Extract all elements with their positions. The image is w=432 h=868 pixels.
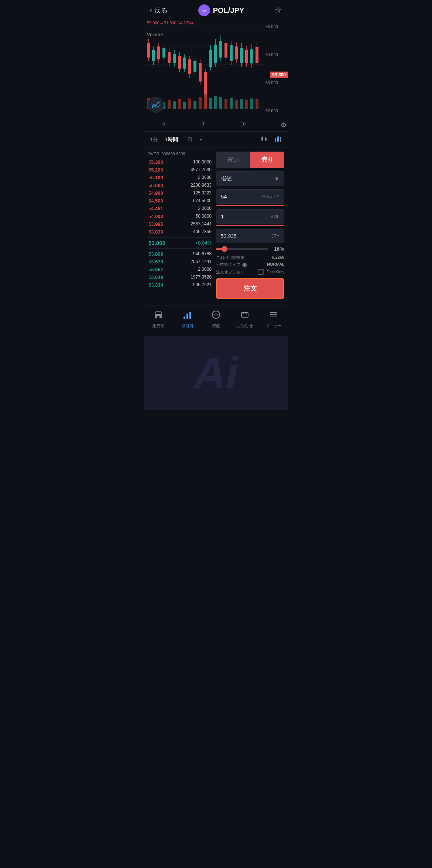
- svg-rect-69: [245, 100, 248, 109]
- slider-track[interactable]: [216, 248, 268, 250]
- svg-rect-67: [235, 100, 238, 109]
- svg-rect-55: [173, 101, 176, 109]
- header: ‹ 戻る ∞ POL/JPY ☆: [144, 0, 288, 21]
- svg-rect-77: [277, 136, 279, 142]
- back-button[interactable]: ‹ 戻る: [150, 6, 168, 15]
- svg-rect-86: [241, 312, 248, 317]
- available-label: ご利用可能数量: [216, 255, 244, 260]
- svg-rect-81: [184, 317, 185, 319]
- menu-icon: [269, 310, 278, 322]
- submit-order-button[interactable]: 注文: [216, 278, 284, 299]
- sell-order-row: 55.300 100.0000: [148, 158, 212, 166]
- chart-type-icons: [260, 135, 282, 145]
- over-line: OVER 696839.8209: [148, 152, 212, 156]
- chart-x-axis: 8 9 10: [144, 117, 264, 131]
- timeframe-dropdown[interactable]: ▼: [199, 138, 203, 142]
- buy-order-row: 53.657 2.0000: [148, 266, 212, 273]
- svg-rect-76: [275, 138, 276, 142]
- qty-input[interactable]: 1 POL: [216, 209, 284, 224]
- svg-point-85: [215, 314, 217, 316]
- sell-order-row: 54.000 50.0000: [148, 212, 212, 220]
- total-value: 53.935: [221, 233, 237, 239]
- order-book: OVER 696839.8209 55.300 100.0000 55.200 …: [148, 152, 212, 299]
- svg-rect-58: [188, 98, 191, 109]
- svg-rect-83: [189, 312, 191, 319]
- nav-item-store[interactable]: 販売所: [144, 308, 173, 330]
- order-type-label: 指値: [221, 175, 232, 182]
- order-form: 買い 売り 指値 ▼ 54 POL/JPY 1 POL 53.935 JPY 1…: [216, 152, 284, 299]
- svg-rect-68: [240, 99, 243, 109]
- sell-order-row: 55.200 4977.7530: [148, 166, 212, 174]
- buy-tab[interactable]: 買い: [216, 152, 250, 168]
- svg-rect-66: [230, 98, 233, 109]
- back-label: 戻る: [154, 6, 168, 15]
- spread-change: +0.04%: [195, 240, 212, 246]
- spread-row: 53.800 +0.04%: [148, 237, 212, 249]
- svg-rect-78: [280, 137, 281, 142]
- sell-tab[interactable]: 売り: [250, 152, 285, 168]
- svg-rect-82: [186, 314, 188, 319]
- nav-label-store: 販売所: [152, 323, 165, 329]
- chart-y-axis: 55.000 54.000 53.000 52.000: [264, 21, 288, 117]
- order-type-arrow-icon: ▼: [274, 176, 280, 182]
- exchange-icon: [182, 310, 192, 322]
- over-value: 696839.8209: [161, 152, 185, 156]
- svg-rect-54: [168, 100, 171, 109]
- svg-rect-65: [224, 99, 227, 109]
- sell-order-row: 53.995 2567.1441: [148, 220, 212, 228]
- nav-item-assets[interactable]: 資産: [202, 308, 230, 330]
- timeframe-1hour[interactable]: 1時間: [165, 136, 178, 143]
- price-input[interactable]: 54 POL/JPY: [216, 189, 284, 204]
- spread-price: 53.800: [148, 240, 165, 246]
- nav-label-assets: 資産: [212, 323, 220, 329]
- qty-unit: POL: [271, 214, 280, 219]
- fee-info-icon[interactable]: i: [242, 263, 247, 267]
- post-only-checkbox[interactable]: [258, 269, 264, 275]
- svg-rect-63: [214, 96, 217, 109]
- over-label: OVER: [148, 152, 159, 156]
- nav-item-exchange[interactable]: 取引所: [173, 308, 202, 330]
- total-field: 53.935 JPY: [216, 229, 284, 243]
- dropdown-arrow-icon: ▼: [199, 138, 203, 142]
- sell-order-row: 55.000 2230.9633: [148, 181, 212, 189]
- order-option-label: 注文オプション: [216, 269, 244, 275]
- available-value: 6.2268: [272, 255, 284, 260]
- svg-rect-60: [199, 97, 202, 109]
- chart-indicator-button[interactable]: [148, 97, 164, 113]
- svg-rect-62: [209, 98, 212, 109]
- slider-thumb[interactable]: [222, 246, 227, 252]
- ai-watermark: Ai: [194, 347, 238, 398]
- back-arrow-icon: ‹: [150, 7, 152, 14]
- total-unit: JPY: [271, 234, 280, 239]
- post-only-row: 注文オプション Post Only: [216, 269, 284, 275]
- timeframe-1day[interactable]: 1日: [185, 136, 193, 143]
- slider-row: 16%: [216, 246, 284, 252]
- trading-area: OVER 696839.8209 55.300 100.0000 55.200 …: [144, 148, 288, 299]
- timeframe-bar: 1分 1時間 1日 ▼: [144, 131, 288, 148]
- svg-rect-80: [157, 316, 160, 318]
- buy-order-row: 53.649 1977.9520: [148, 273, 212, 281]
- buy-sell-tabs: 買い 売り: [216, 152, 284, 168]
- notifications-icon: [240, 310, 250, 322]
- nav-item-menu[interactable]: メニュー: [259, 308, 288, 330]
- candlestick-icon[interactable]: [260, 135, 268, 145]
- timeframe-1min[interactable]: 1分: [150, 136, 158, 143]
- post-only-checkbox-label[interactable]: Post Only: [258, 269, 284, 275]
- order-type-select[interactable]: 指値 ▼: [216, 171, 284, 186]
- nav-item-notifications[interactable]: お知らせ: [230, 308, 259, 330]
- ai-watermark-area: Ai: [144, 336, 288, 410]
- assets-icon: [211, 310, 221, 322]
- chart-area: 55,000 – 51,800 (-4.12%) Volume: [144, 21, 288, 131]
- chart-settings-icon[interactable]: ⚙: [281, 121, 287, 129]
- svg-rect-59: [193, 101, 196, 109]
- bar-chart-icon[interactable]: [274, 135, 282, 145]
- qty-underline: [216, 225, 284, 226]
- buy-order-row: 53.670 2567.1441: [148, 258, 212, 266]
- nav-label-menu: メニュー: [265, 323, 282, 329]
- store-icon: [154, 310, 163, 322]
- fee-type-row: 手数料タイプ i NORMAL: [216, 262, 284, 267]
- coin-symbol: ∞: [202, 7, 206, 13]
- buy-order-row: 53.809 940.6788: [148, 250, 212, 258]
- favorite-button[interactable]: ☆: [275, 6, 282, 15]
- nav-label-exchange: 取引所: [181, 323, 193, 329]
